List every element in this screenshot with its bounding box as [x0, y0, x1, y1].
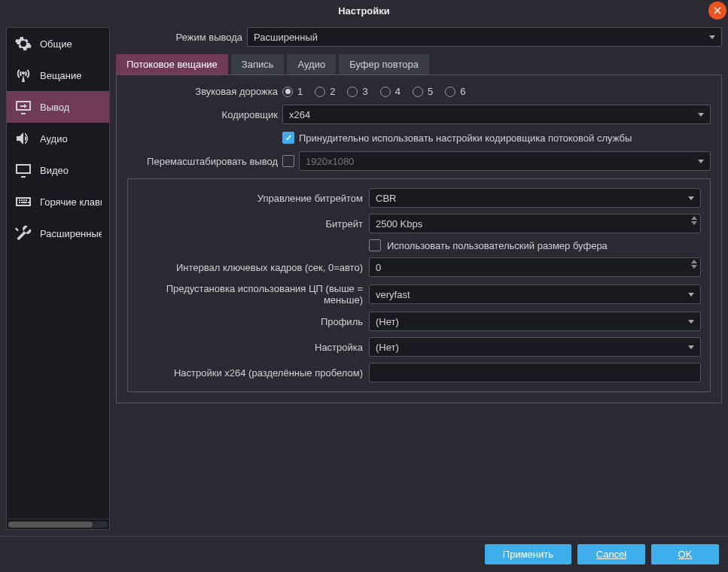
- rate-control-select[interactable]: CBR: [369, 188, 701, 208]
- sidebar-item-stream[interactable]: Вещание: [7, 59, 109, 91]
- stepper-up-icon[interactable]: [691, 260, 697, 263]
- profile-value: (Нет): [376, 316, 399, 327]
- chevron-down-icon: [688, 293, 694, 297]
- audio-track-radios: 1 2 3 4 5 6: [282, 86, 465, 97]
- audio-track-radio-2[interactable]: 2: [315, 86, 335, 97]
- audio-track-label: Звуковая дорожка: [127, 86, 278, 97]
- keyint-label: Интервал ключевых кадров (сек, 0=авто): [137, 262, 363, 273]
- sidebar-item-label: Аудио: [40, 133, 68, 145]
- stepper-up-icon[interactable]: [691, 216, 697, 220]
- radio-icon: [380, 87, 391, 97]
- sidebar: Общие Вещание Вывод Аудио Видео Горячие …: [6, 27, 110, 530]
- rescale-select[interactable]: 1920x1080: [299, 151, 711, 171]
- chevron-down-icon: [688, 196, 694, 200]
- streaming-panel: Звуковая дорожка 1 2 3 4 5 6 Кодировщик …: [116, 75, 722, 403]
- radio-icon: [413, 87, 423, 97]
- audio-track-radio-4[interactable]: 4: [380, 86, 401, 97]
- output-mode-select[interactable]: Расширенный: [247, 27, 722, 47]
- sidebar-item-label: Вещание: [40, 70, 82, 81]
- ok-button[interactable]: OK: [651, 544, 719, 564]
- radio-icon: [315, 87, 325, 97]
- scrollbar-thumb[interactable]: [8, 522, 93, 528]
- monitor-arrow-icon: [14, 98, 32, 116]
- cancel-button[interactable]: Cancel: [577, 544, 645, 564]
- bitrate-value: 2500 Kbps: [376, 218, 422, 230]
- preset-select[interactable]: veryfast: [369, 284, 701, 304]
- sidebar-item-label: Вывод: [40, 102, 69, 113]
- tab-replaybuffer[interactable]: Буфер повтора: [339, 54, 429, 75]
- audio-track-radio-6[interactable]: 6: [445, 86, 465, 97]
- encoder-select[interactable]: x264: [282, 105, 711, 124]
- custom-buffer-checkbox[interactable]: [369, 239, 381, 251]
- tools-icon: [14, 224, 32, 242]
- profile-select[interactable]: (Нет): [369, 312, 701, 331]
- x264opts-label: Настройки x264 (разделённые пробелом): [137, 367, 363, 379]
- enforce-checkbox[interactable]: [282, 132, 294, 144]
- tune-select[interactable]: (Нет): [369, 337, 701, 357]
- tabs: Потоковое вещание Запись Аудио Буфер пов…: [116, 54, 722, 75]
- sidebar-item-label: Расширенные: [40, 228, 102, 239]
- titlebar: Настройки: [0, 0, 728, 21]
- tab-streaming[interactable]: Потоковое вещание: [116, 54, 228, 75]
- speaker-icon: [14, 129, 32, 148]
- antenna-icon: [14, 66, 32, 84]
- x264opts-input[interactable]: [369, 363, 701, 382]
- chevron-down-icon: [688, 320, 694, 324]
- content-panel: Режим вывода Расширенный Потоковое вещан…: [116, 27, 722, 530]
- sidebar-item-audio[interactable]: Аудио: [7, 123, 109, 154]
- radio-icon: [282, 87, 293, 97]
- audio-track-radio-5[interactable]: 5: [413, 86, 433, 97]
- rescale-checkbox[interactable]: [282, 155, 294, 167]
- keyboard-icon: [14, 193, 32, 211]
- sidebar-item-label: Видео: [40, 165, 69, 176]
- chevron-down-icon: [688, 345, 694, 349]
- sidebar-item-label: Горячие клавиши: [40, 196, 102, 208]
- rescale-value: 1920x1080: [306, 156, 354, 167]
- chevron-down-icon: [709, 35, 715, 39]
- close-button[interactable]: [708, 2, 726, 20]
- rate-control-value: CBR: [376, 193, 396, 204]
- encoder-value: x264: [289, 109, 310, 120]
- sidebar-item-advanced[interactable]: Расширенные: [7, 218, 109, 249]
- custom-buffer-label: Использовать пользовательский размер буф…: [387, 240, 608, 251]
- profile-label: Профиль: [137, 316, 363, 327]
- audio-track-radio-3[interactable]: 3: [347, 86, 367, 97]
- encoder-label: Кодировщик: [127, 109, 278, 120]
- close-icon: [714, 7, 721, 14]
- tab-audio[interactable]: Аудио: [287, 54, 336, 75]
- keyint-input[interactable]: 0: [369, 257, 701, 277]
- keyint-value: 0: [376, 262, 381, 273]
- encoder-settings-panel: Управление битрейтом CBR Битрейт 2500 Kb…: [127, 178, 711, 392]
- radio-icon: [445, 87, 455, 97]
- sidebar-item-label: Общие: [40, 38, 72, 50]
- rate-control-label: Управление битрейтом: [137, 193, 363, 204]
- sidebar-hscrollbar[interactable]: [7, 519, 109, 529]
- apply-button[interactable]: Применить: [485, 544, 571, 564]
- radio-icon: [347, 87, 358, 97]
- preset-value: veryfast: [376, 289, 410, 300]
- bitrate-label: Битрейт: [137, 218, 363, 230]
- gear-icon: [14, 35, 32, 53]
- audio-track-radio-1[interactable]: 1: [282, 86, 303, 97]
- stepper-down-icon[interactable]: [691, 221, 697, 225]
- tune-value: (Нет): [376, 342, 399, 353]
- output-mode-value: Расширенный: [254, 32, 318, 43]
- monitor-icon: [14, 161, 32, 179]
- sidebar-item-output[interactable]: Вывод: [7, 91, 109, 123]
- sidebar-item-video[interactable]: Видео: [7, 154, 109, 186]
- output-mode-label: Режим вывода: [116, 32, 242, 43]
- preset-label: Предустановка использования ЦП (выше = м…: [137, 283, 363, 306]
- window-title: Настройки: [338, 5, 390, 17]
- enforce-label: Принудительно использовать настройки код…: [299, 132, 632, 144]
- rescale-label: Перемасштабировать вывод: [127, 156, 278, 167]
- tune-label: Настройка: [137, 342, 363, 353]
- chevron-down-icon: [698, 160, 704, 163]
- dialog-footer: Применить Cancel OK: [0, 536, 728, 572]
- chevron-down-icon: [698, 113, 704, 117]
- stepper-down-icon[interactable]: [691, 265, 697, 269]
- tab-recording[interactable]: Запись: [231, 54, 285, 75]
- sidebar-item-general[interactable]: Общие: [7, 28, 109, 59]
- bitrate-input[interactable]: 2500 Kbps: [369, 214, 701, 233]
- sidebar-item-hotkeys[interactable]: Горячие клавиши: [7, 186, 109, 218]
